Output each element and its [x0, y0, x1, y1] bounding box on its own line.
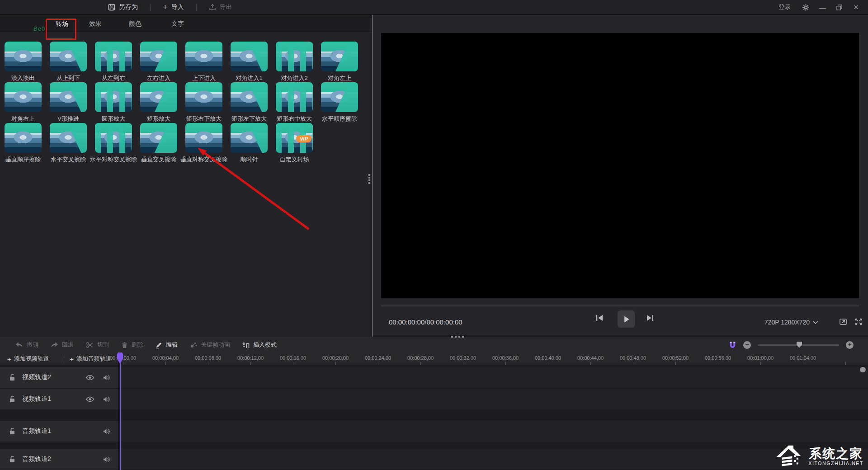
transition-item[interactable]: 顺时针: [226, 123, 272, 164]
transition-item[interactable]: 上下进入: [181, 42, 226, 82]
pop-out-button[interactable]: [839, 318, 847, 326]
transition-thumbnail[interactable]: [185, 42, 222, 71]
time-ruler[interactable]: 00:00:00,00 00:00:04,00 00:00:08,00 00:0…: [0, 352, 868, 365]
track-lane[interactable]: [119, 389, 868, 409]
transition-item[interactable]: 对角左上: [317, 42, 362, 82]
play-button[interactable]: [618, 310, 635, 328]
transition-item[interactable]: 淡入淡出: [0, 42, 46, 82]
track-lane[interactable]: [119, 367, 868, 388]
tab-text[interactable]: 文字: [164, 15, 192, 32]
transition-thumbnail[interactable]: [5, 42, 42, 71]
transition-thumbnail[interactable]: [5, 82, 42, 112]
transition-thumbnail[interactable]: [140, 42, 177, 71]
transition-thumbnail[interactable]: [140, 123, 177, 153]
settings-button[interactable]: [797, 0, 814, 15]
transition-thumbnail[interactable]: [321, 82, 358, 112]
transition-item[interactable]: 对角进入1: [226, 42, 272, 82]
previous-frame-button[interactable]: [595, 314, 604, 322]
timeline-scrollbar-thumb[interactable]: [860, 367, 866, 372]
transition-thumbnail[interactable]: [231, 123, 268, 153]
fullscreen-button[interactable]: [854, 318, 863, 326]
transition-thumbnail[interactable]: [276, 82, 313, 112]
zoom-in-button[interactable]: +: [846, 341, 854, 349]
resolution-select[interactable]: 720P 1280X720: [764, 312, 817, 332]
transition-label: 对角右上: [11, 115, 35, 123]
transition-thumbnail[interactable]: [321, 42, 358, 71]
transition-item[interactable]: 从上到下: [46, 42, 91, 82]
transition-item[interactable]: 从左到右: [91, 42, 136, 82]
keyframe-animation-button[interactable]: 关键帧动画: [190, 341, 230, 349]
transition-item[interactable]: 矩形放大: [136, 82, 181, 123]
transition-item[interactable]: 垂直顺序擦除: [0, 123, 46, 164]
import-button[interactable]: + 导入: [151, 0, 196, 15]
transition-item[interactable]: 圆形放大: [91, 82, 136, 123]
transition-item[interactable]: 矩形右中放大: [272, 82, 317, 123]
transition-thumbnail[interactable]: VIP: [276, 123, 313, 153]
eye-icon[interactable]: [85, 396, 94, 402]
transition-thumbnail[interactable]: [140, 82, 177, 112]
transition-thumbnail[interactable]: [5, 123, 42, 153]
panel-resize-grip-dots[interactable]: [368, 174, 370, 185]
transition-thumbnail[interactable]: [185, 82, 222, 112]
transition-thumbnail[interactable]: [95, 42, 132, 71]
lock-icon[interactable]: [9, 374, 15, 381]
redo-button[interactable]: 回退: [51, 341, 74, 349]
lock-icon[interactable]: [9, 428, 15, 435]
tab-effects[interactable]: 效果: [81, 15, 109, 32]
lock-icon[interactable]: [9, 456, 15, 463]
cut-button[interactable]: 切割: [86, 341, 109, 349]
export-button[interactable]: 导出: [197, 0, 245, 15]
restore-button[interactable]: [831, 0, 848, 15]
transition-thumbnail[interactable]: [95, 82, 132, 112]
transition-item-vip[interactable]: VIP 自定义转场: [272, 123, 317, 164]
transition-item[interactable]: 水平顺序擦除: [317, 82, 362, 123]
timeline-zoom-slider[interactable]: [758, 344, 839, 346]
zoom-slider-handle[interactable]: [797, 342, 802, 348]
eye-icon[interactable]: [85, 375, 94, 381]
keyframe-label: 关键帧动画: [201, 341, 230, 349]
transition-thumbnail[interactable]: [50, 82, 87, 112]
track-lane[interactable]: [119, 421, 868, 442]
window-controls: 登录 — ×: [772, 0, 868, 15]
minimize-button[interactable]: —: [814, 0, 831, 15]
next-frame-button[interactable]: [646, 314, 655, 322]
playhead-line[interactable]: [120, 352, 121, 470]
transition-item[interactable]: 对角右上: [0, 82, 46, 123]
transition-item[interactable]: 矩形右下放大: [181, 82, 226, 123]
speaker-icon[interactable]: [103, 456, 110, 463]
transition-item[interactable]: V形推进: [46, 82, 91, 123]
transition-thumbnail[interactable]: [231, 42, 268, 71]
transition-thumbnail[interactable]: [95, 123, 132, 153]
seek-bar[interactable]: [381, 306, 859, 306]
file-actions: 另存为 + 导入 导出: [96, 0, 245, 15]
save-as-button[interactable]: 另存为: [96, 0, 150, 15]
transition-item[interactable]: 垂直交叉擦除: [136, 123, 181, 164]
speaker-icon[interactable]: [103, 396, 110, 403]
insert-mode-button[interactable]: 插入模式: [242, 341, 277, 349]
transition-thumbnail[interactable]: [185, 123, 222, 153]
lock-icon[interactable]: [9, 395, 15, 403]
delete-button[interactable]: 删除: [121, 341, 143, 349]
speaker-icon[interactable]: [103, 374, 110, 381]
horizontal-resize-grip-dots[interactable]: [451, 336, 464, 338]
close-button[interactable]: ×: [848, 0, 864, 15]
track-lane[interactable]: [119, 449, 868, 470]
transition-item[interactable]: 水平对称交叉擦除: [91, 123, 136, 164]
transition-thumbnail[interactable]: [276, 42, 313, 71]
zoom-out-button[interactable]: −: [743, 341, 751, 349]
transition-item[interactable]: 矩形左下放大: [226, 82, 272, 123]
login-button[interactable]: 登录: [772, 3, 797, 11]
undo-button[interactable]: 撤销: [15, 341, 38, 349]
transition-item[interactable]: 左右进入: [136, 42, 181, 82]
transition-thumbnail[interactable]: [231, 82, 268, 112]
magnet-snap-toggle[interactable]: [729, 341, 736, 349]
speaker-icon[interactable]: [103, 428, 110, 435]
panel-resize-handle[interactable]: [372, 15, 373, 337]
edit-button[interactable]: 编辑: [156, 341, 178, 349]
transition-thumbnail[interactable]: [50, 42, 87, 71]
tab-color[interactable]: 颜色: [121, 15, 149, 32]
transition-item[interactable]: 水平交叉擦除: [46, 123, 91, 164]
transition-thumbnail[interactable]: [50, 123, 87, 153]
transition-item[interactable]: 垂直对称交叉擦除: [181, 123, 226, 164]
transition-item[interactable]: 对角进入2: [272, 42, 317, 82]
